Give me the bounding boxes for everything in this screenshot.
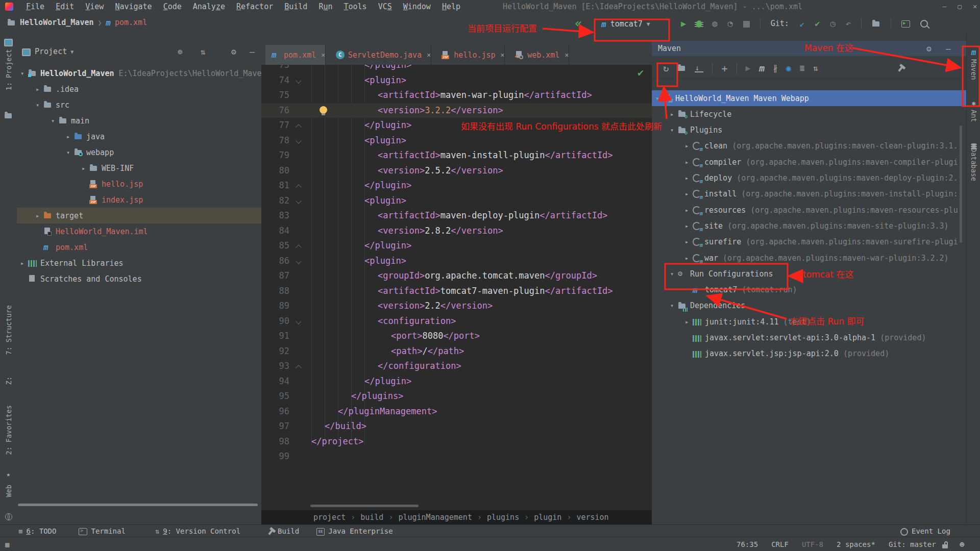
stop-icon[interactable] — [743, 21, 750, 28]
code-line[interactable]: 78<plugin> — [261, 133, 652, 148]
menu-item-run[interactable]: Run — [313, 2, 338, 11]
tree-row[interactable]: ▸WEB-INF — [17, 160, 261, 176]
fold-close-icon[interactable] — [296, 124, 301, 130]
breadcrumb-pluginManagement[interactable]: pluginManagement — [398, 513, 472, 522]
reimport-icon[interactable]: ↻ — [663, 63, 669, 73]
tree-row[interactable]: ▾main — [17, 113, 261, 129]
fold-open-icon[interactable] — [296, 318, 301, 324]
code-line[interactable]: 93</configuration> — [261, 359, 652, 374]
editor-tab-hello-jsp[interactable]: hello.jsp✕ — [435, 45, 505, 65]
tree-row[interactable]: javax.servlet:servlet-api:3.0-alpha-1(pr… — [652, 330, 966, 346]
status-utf-8[interactable]: UTF-8 — [802, 540, 823, 548]
chevron-down-icon[interactable]: ▼ — [70, 49, 74, 55]
skip-tests-icon[interactable]: ∦ — [773, 64, 777, 72]
code-line[interactable]: 86<plugin> — [261, 254, 652, 269]
toolwindow-button-9-version-control[interactable]: ⇅9: Version Control — [155, 527, 240, 535]
sidebar-item-7-structure[interactable]: 7: Structure — [0, 305, 17, 355]
horizontal-scrollbar[interactable] — [310, 505, 419, 507]
tree-row[interactable]: Scratches and Consoles — [17, 271, 261, 287]
arrow-expanded-icon[interactable]: ▾ — [20, 70, 28, 77]
arrow-collapsed-icon[interactable]: ▸ — [66, 133, 74, 140]
tree-row[interactable]: HelloWorld_Maven.iml — [17, 223, 261, 239]
tree-row[interactable]: ▾src — [17, 97, 261, 113]
breadcrumb-file[interactable]: pom.xml — [115, 18, 147, 27]
editor-tab-ServletDemo-java[interactable]: CServletDemo.java✕ — [330, 45, 432, 65]
code-line[interactable]: 85</plugin> — [261, 238, 652, 254]
code-line[interactable]: 87<groupId>org.apache.tomcat.maven</grou… — [261, 268, 652, 284]
code-line[interactable]: 88<artifactId>tomcat7-maven-plugin</arti… — [261, 284, 652, 299]
arrow-expanded-icon[interactable]: ▾ — [670, 127, 678, 134]
code-line[interactable]: 90<configuration> — [261, 314, 652, 329]
breadcrumb-build[interactable]: build — [360, 513, 383, 522]
menu-item-edit[interactable]: Edit — [50, 2, 80, 11]
collapse-chevron-icon[interactable]: « — [575, 16, 582, 31]
tree-row[interactable]: ▸deploy(org.apache.maven.plugins:maven-d… — [652, 170, 966, 186]
breadcrumb-plugin[interactable]: plugin — [534, 513, 561, 522]
sidebar-item-ant[interactable]: ✱Ant — [967, 99, 980, 122]
code-line[interactable]: 91<port>8080</port> — [261, 329, 652, 344]
code-line[interactable]: 79<artifactId>maven-install-plugin</arti… — [261, 148, 652, 163]
run-configuration-selector[interactable]: m tomcat7 ▼ — [601, 17, 650, 31]
code-line[interactable]: 89<version>2.2</version> — [261, 298, 652, 314]
breadcrumb-plugins[interactable]: plugins — [487, 513, 519, 522]
toolwindow-button-event-log[interactable]: Event Log — [900, 527, 950, 536]
toolwindow-button-build[interactable]: Build — [267, 527, 299, 535]
theme-face-icon[interactable]: ☻ — [960, 540, 965, 549]
menu-item-navigate[interactable]: Navigate — [109, 2, 157, 11]
minimize-button[interactable]: — — [943, 0, 947, 13]
maximize-button[interactable]: ▢ — [958, 0, 962, 13]
sidebar-item-web[interactable]: Web — [0, 485, 17, 497]
sidebar-item-folder[interactable] — [0, 111, 17, 120]
arrow-expanded-icon[interactable]: ▾ — [670, 302, 678, 309]
tree-row[interactable]: ▸clean(org.apache.maven.plugins:maven-cl… — [652, 138, 966, 154]
menu-item-file[interactable]: File — [20, 2, 50, 11]
code-line[interactable]: 75<artifactId>maven-war-plugin</artifact… — [261, 88, 652, 103]
code-line[interactable]: 83<artifactId>maven-deploy-plugin</artif… — [261, 208, 652, 223]
breadcrumb-project[interactable]: HelloWorld_Maven — [20, 18, 94, 27]
rollback-icon[interactable]: ↶ — [846, 19, 851, 28]
toolwindow-button-6-todo[interactable]: ≡6: TODO — [18, 527, 56, 535]
sidebar-item-star[interactable]: ★ — [0, 470, 17, 478]
sidebar-item-database[interactable]: Database — [967, 142, 980, 181]
code-line[interactable]: 81</plugin> — [261, 178, 652, 193]
arrow-collapsed-icon[interactable]: ▸ — [685, 142, 693, 149]
tree-row[interactable]: hello.jsp — [17, 176, 261, 192]
sidebar-item-2-favorites[interactable]: 2: Favorites — [0, 405, 17, 455]
close-tab-icon[interactable]: ✕ — [565, 51, 569, 59]
profiler-icon[interactable]: ◔ — [728, 19, 733, 28]
code-line[interactable]: 73</plugin> — [261, 65, 652, 73]
arrow-collapsed-icon[interactable]: ▸ — [685, 207, 693, 214]
tree-row[interactable]: mtomcat7(tomcat:run) — [652, 282, 966, 298]
fold-open-icon[interactable] — [296, 258, 301, 264]
breadcrumb-version[interactable]: version — [576, 513, 608, 522]
sidebar-item-z-[interactable]: Z: — [0, 377, 17, 385]
offline-mode-icon[interactable]: ◉ — [786, 64, 791, 72]
breadcrumb-project[interactable]: project — [313, 513, 346, 522]
hide-panel-icon[interactable]: — — [250, 47, 255, 57]
tree-row[interactable]: ▾HelloWorld_MavenE:\IdeaProjects\HelloWo… — [17, 65, 261, 81]
arrow-collapsed-icon[interactable]: ▸ — [685, 190, 693, 197]
tree-row[interactable]: ▾HelloWorld_Maven Maven Webapp — [652, 90, 966, 106]
arrow-expanded-icon[interactable]: ▾ — [36, 102, 43, 109]
tree-row[interactable]: ▸.idea — [17, 81, 261, 97]
menu-item-code[interactable]: Code — [158, 2, 187, 11]
arrow-expanded-icon[interactable]: ▾ — [66, 149, 74, 156]
tree-row[interactable]: ▸resources(org.apache.maven.plugins:mave… — [652, 202, 966, 218]
project-panel-title[interactable]: Project — [35, 47, 67, 56]
code-line[interactable]: 92<path>/</path> — [261, 344, 652, 359]
add-maven-project-icon[interactable]: + — [721, 63, 727, 73]
history-icon[interactable]: ◷ — [830, 19, 835, 28]
arrow-expanded-icon[interactable]: ▾ — [655, 95, 663, 102]
tree-row[interactable]: ▸site(org.apache.maven.plugins:maven-sit… — [652, 218, 966, 234]
close-tab-icon[interactable]: ✕ — [501, 51, 505, 59]
code-line[interactable]: 96</pluginManagement> — [261, 404, 652, 419]
arrow-collapsed-icon[interactable]: ▸ — [670, 111, 678, 118]
settings-wrench-icon[interactable] — [898, 65, 903, 72]
menu-item-refactor[interactable]: Refactor — [231, 2, 279, 11]
arrow-collapsed-icon[interactable]: ▸ — [685, 174, 693, 182]
code-line[interactable]: 80<version>2.5.2</version> — [261, 163, 652, 179]
tree-row[interactable]: ▸External Libraries — [17, 255, 261, 271]
code-line[interactable]: 95</plugins> — [261, 389, 652, 404]
tree-row[interactable]: ▸war(org.apache.maven.plugins:maven-war-… — [652, 250, 966, 266]
run-maven-build-icon[interactable]: ▶ — [746, 64, 751, 72]
